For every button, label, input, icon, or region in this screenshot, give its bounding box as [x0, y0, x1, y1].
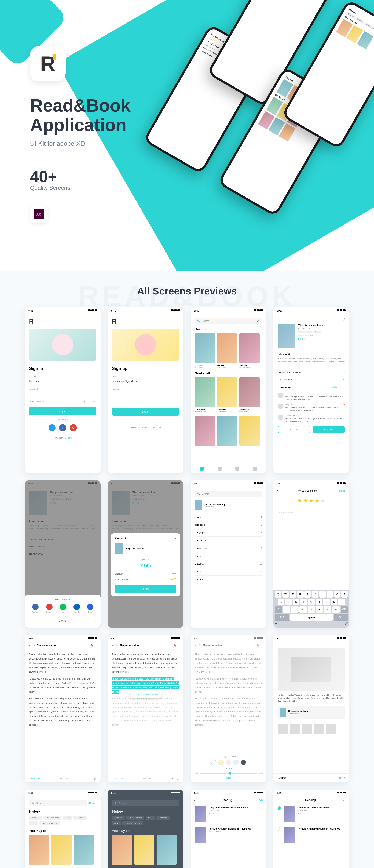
image-thumb[interactable] — [314, 724, 324, 735]
back-button[interactable]: ‹ — [194, 799, 195, 802]
twitter-button[interactable]: t — [49, 424, 56, 431]
share-facebook[interactable]: Facebook — [32, 604, 39, 613]
copy-button[interactable]: ⧉ Copy — [151, 693, 160, 696]
share-button[interactable]: ⤴ Share — [131, 693, 141, 696]
list-item[interactable]: Mary Alice Monroe-the beach houseby Mary… — [195, 804, 262, 825]
image-thumb[interactable] — [290, 724, 300, 735]
share-email[interactable]: E-mail — [87, 604, 94, 613]
search-input[interactable]: 🔍 Search — [29, 800, 88, 806]
forgot-password-link[interactable]: Forgot password? — [81, 401, 96, 403]
history-tag[interactable]: book — [63, 815, 72, 820]
login-link[interactable]: Login — [155, 426, 161, 429]
image-thumb[interactable] — [326, 724, 337, 735]
book-item[interactable]: The life-ch...Marie Kondo — [217, 333, 237, 368]
book-item[interactable] — [240, 416, 259, 447]
book-item[interactable]: The beach ...Mary Alice — [195, 333, 215, 368]
write-comment-link[interactable]: write a comment — [332, 386, 345, 391]
username-input[interactable]: Limpitsouni — [29, 378, 96, 384]
book-item[interactable] — [217, 416, 237, 447]
toc-icon[interactable]: ≡ — [96, 644, 97, 647]
back-button[interactable]: ← — [28, 644, 31, 647]
search-input[interactable]: 🔍 Search — [112, 800, 179, 806]
publish-button[interactable]: Publish — [338, 489, 346, 492]
login-button[interactable]: Log in — [29, 407, 96, 415]
back-button[interactable]: ‹ — [277, 799, 278, 802]
toc-item[interactable]: Title page2 — [195, 521, 262, 529]
book-item[interactable] — [195, 416, 215, 447]
close-icon[interactable]: ✕ — [174, 537, 176, 540]
toc-item[interactable]: Capter 448 — [195, 576, 262, 583]
toc-item[interactable]: Cover1 — [195, 513, 262, 521]
bg-color-sepia[interactable] — [218, 760, 224, 765]
share-line[interactable]: Line — [60, 604, 66, 613]
checkbox-icon[interactable]: ✓ — [278, 806, 281, 810]
toc-item[interactable]: capter bolland8 — [195, 545, 262, 552]
star-rating[interactable]: ★ ★ ★ ★ ★ — [273, 498, 349, 504]
password-input[interactable]: •••••• — [112, 391, 179, 397]
toc-item[interactable]: Capter 113 — [195, 552, 262, 560]
toc-item[interactable]: Capter 219 — [195, 560, 262, 568]
cancel-button[interactable]: Cancel — [89, 802, 96, 804]
facebook-button[interactable]: f — [59, 424, 66, 431]
search-input[interactable]: 🔍 Search — [195, 491, 262, 497]
email-input[interactable]: Limpitsouni@gmail.com — [112, 378, 179, 384]
add-bookshelf-link[interactable]: Add to bookshlf⊕ — [278, 376, 345, 383]
image-thumb[interactable] — [278, 724, 288, 735]
edit-button[interactable]: Edit — [259, 799, 263, 802]
history-tag[interactable]: Romance — [73, 815, 87, 820]
checkbox-icon[interactable] — [278, 828, 281, 831]
submit-button[interactable]: Submit — [115, 585, 176, 593]
image-thumb[interactable] — [302, 724, 312, 735]
save-button[interactable]: ☑ Save — [141, 693, 150, 696]
keyboard[interactable]: QWERTYUIOP ASDFGHJKL ⇧ZXCVBNM⌫ 123spaceG… — [273, 590, 349, 628]
cancel-button[interactable]: Cancel — [28, 617, 97, 624]
book-item[interactable]: Sold on a ...Kristina McMor... — [240, 333, 259, 368]
toc-item[interactable]: Copyright3 — [195, 529, 262, 536]
book-cover — [278, 323, 295, 348]
cancel-button[interactable]: Cancel — [278, 776, 286, 780]
toc-item[interactable]: Capter 332 — [195, 568, 262, 576]
bg-color-white[interactable] — [211, 760, 216, 765]
list-item[interactable]: ✓ Mary Alice Monroe-the beachby Mary Ali… — [278, 804, 345, 825]
buy-now-button[interactable]: Buy Now — [313, 426, 345, 433]
bg-color-pink[interactable] — [226, 760, 231, 765]
history-tag[interactable]: Business — [29, 815, 42, 820]
list-item[interactable]: The Life-Changing Magic of Tidying Up — [278, 825, 345, 846]
history-tag[interactable]: child — [29, 821, 38, 826]
last-page-link[interactable]: Last page — [88, 777, 96, 780]
book-item[interactable]: The Runaw...Glenyis Taylor — [240, 377, 259, 412]
nav-bookmark-icon[interactable] — [218, 467, 221, 471]
share-button[interactable]: Share — [337, 776, 345, 780]
reader-content[interactable]: The sound of her name, in that deep fami… — [25, 649, 101, 733]
signup-link[interactable]: Sign up — [64, 437, 72, 439]
bg-color-blue[interactable] — [233, 760, 239, 765]
nav-library-icon[interactable] — [200, 467, 204, 471]
all-button[interactable]: All — [343, 799, 346, 802]
bookmark-icon[interactable]: 🔖 — [91, 644, 94, 647]
back-page-link[interactable]: back to P:23 — [29, 777, 40, 780]
list-item[interactable]: The Life-Changing Magic of Tidying Upby … — [195, 825, 262, 846]
google-button[interactable]: G — [70, 424, 77, 431]
comment-textarea[interactable]: write a comment — [273, 507, 349, 517]
book-item[interactable]: Daughters...Louise Paige — [217, 377, 237, 412]
login-button[interactable]: Log In — [112, 408, 179, 415]
bg-color-dark[interactable] — [241, 760, 246, 765]
share-icon[interactable]: ⤴ — [343, 318, 345, 321]
search-input[interactable]: 🔍 Search🎤 — [195, 318, 262, 324]
nav-profile-icon[interactable] — [253, 467, 257, 471]
settings-icon[interactable]: ⚙ — [33, 644, 35, 647]
toc-item[interactable]: Dedication4 — [195, 536, 262, 545]
password-input[interactable]: •••••• — [29, 391, 96, 397]
back-button[interactable]: ‹ — [278, 318, 279, 321]
nav-grid-icon[interactable] — [235, 467, 239, 471]
remember-checkbox[interactable]: ☐ Remember me — [29, 401, 44, 403]
book-item[interactable]: The Orphan...Shelley Dickson — [195, 377, 215, 412]
share-linkedin[interactable]: LinkedIn — [73, 604, 80, 613]
catalog-link[interactable]: Catalog : The 235 chapter≡ — [278, 369, 345, 376]
free-trial-button[interactable]: Free trial — [278, 426, 310, 433]
share-google[interactable]: Google + — [46, 604, 53, 613]
font-size-slider[interactable] — [200, 773, 257, 774]
back-button[interactable]: ‹ — [277, 489, 278, 492]
history-tag[interactable]: Science Fiction — [43, 815, 62, 820]
history-tag[interactable]: Colony of the Lost — [39, 821, 60, 826]
